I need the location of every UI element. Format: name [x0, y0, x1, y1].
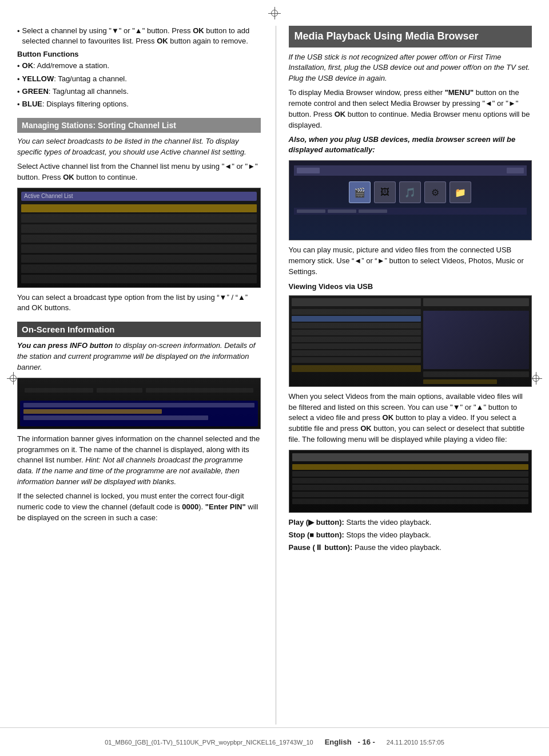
crosshair-top-icon — [268, 7, 281, 19]
cl-item-7 — [21, 264, 257, 273]
menu-instructions-text: To display Media Browser window, press e… — [289, 88, 532, 130]
on-screen-info-header: On-Screen Information — [17, 322, 261, 337]
bullet-yellow: • YELLOW: Tag/untag a channel. — [17, 74, 261, 85]
button-functions-label: Button Functions — [17, 50, 261, 58]
footer-doc-ref: 01_MB60_[GB]_(01-TV)_5110UK_PVR_woypbpr_… — [105, 739, 313, 746]
cl-item-2 — [21, 214, 257, 223]
cl-item-6 — [21, 255, 257, 263]
bullet-select-channel: • Select a channel by using "▼" or "▲" b… — [17, 26, 261, 46]
cl-item-4 — [21, 235, 257, 243]
cl-item-3 — [21, 224, 257, 233]
vl-left-panel — [292, 298, 421, 384]
left-column: • Select a channel by using "▼" or "▲" b… — [17, 26, 265, 725]
info-banner-bar — [20, 401, 258, 426]
footer-date: 24.11.2010 15:57:05 — [387, 739, 444, 746]
page-footer: 01_MB60_[GB]_(01-TV)_5110UK_PVR_woypbpr_… — [0, 727, 549, 756]
cl-item-8 — [21, 275, 257, 283]
bullet-green: • GREEN: Tag/untag all channels. — [17, 86, 261, 97]
cl-item-1 — [21, 204, 257, 213]
usb-intro-text: If the USB stick is not recognized after… — [289, 52, 532, 85]
mb-top-bar — [294, 165, 527, 176]
mb-icon-music: 🎵 — [399, 181, 421, 203]
footer-lang-page: English - 16 - — [325, 738, 375, 746]
broadcast-select-caption: You can select a broadcast type option f… — [17, 292, 261, 314]
mb-bottom-bar — [294, 208, 527, 215]
mb-icon-grid: 🎬 🖼 🎵 ⚙ 📁 — [294, 179, 527, 205]
play-control: Play (▶ button): Play (► button): Starts… — [289, 517, 532, 528]
auto-display-text: Also, when you plug USB devices, media b… — [289, 134, 532, 156]
stop-control: Stop (■ button): Stops the video playbac… — [289, 530, 532, 540]
mb-icon-photo: 🖼 — [374, 181, 396, 203]
vl-right-panel — [423, 298, 529, 384]
bullet-ok: • OK: Add/remove a station. — [17, 61, 261, 72]
page: • Select a channel by using "▼" or "▲" b… — [0, 0, 549, 756]
viewing-videos-body: When you select Videos from the main opt… — [289, 391, 532, 445]
info-banner-caption: The information banner gives information… — [17, 434, 261, 488]
column-divider — [276, 26, 276, 725]
cl-item-5 — [21, 244, 257, 253]
pin-text: If the selected channel is locked, you m… — [17, 491, 261, 524]
cl-header-bar: Active Channel List — [21, 192, 257, 201]
viewing-videos-header: Viewing Videos via USB — [289, 282, 532, 291]
on-screen-info-body: You can press INFO button to display on-… — [17, 341, 261, 373]
channel-list-screen: Active Channel List — [17, 188, 261, 288]
media-playback-header: Media Playback Using Media Browser — [289, 26, 532, 48]
managing-stations-header: Managing Stations: Sorting Channel List — [17, 118, 261, 133]
subtitle-screen — [289, 450, 532, 513]
mb-icon-video: 🎬 — [349, 181, 371, 203]
right-column: Media Playback Using Media Browser If th… — [287, 26, 532, 725]
pause-control: Pause (⏸ button): Pause the video playba… — [289, 543, 532, 553]
mb-icon-settings: ⚙ — [424, 181, 446, 203]
mb-icon-extra: 📁 — [449, 181, 471, 203]
usb-play-caption: You can play music, picture and video fi… — [289, 245, 532, 278]
managing-stations-body-1: You can select broadcasts to be listed i… — [17, 136, 261, 158]
video-list-screen — [289, 295, 532, 387]
media-browser-screen: 🎬 🖼 🎵 ⚙ 📁 — [289, 160, 532, 240]
info-banner-screen — [17, 378, 261, 429]
bullet-blue: • BLUE: Displays filtering options. — [17, 99, 261, 110]
managing-stations-body-2: Select Active channel list from the Chan… — [17, 161, 261, 183]
